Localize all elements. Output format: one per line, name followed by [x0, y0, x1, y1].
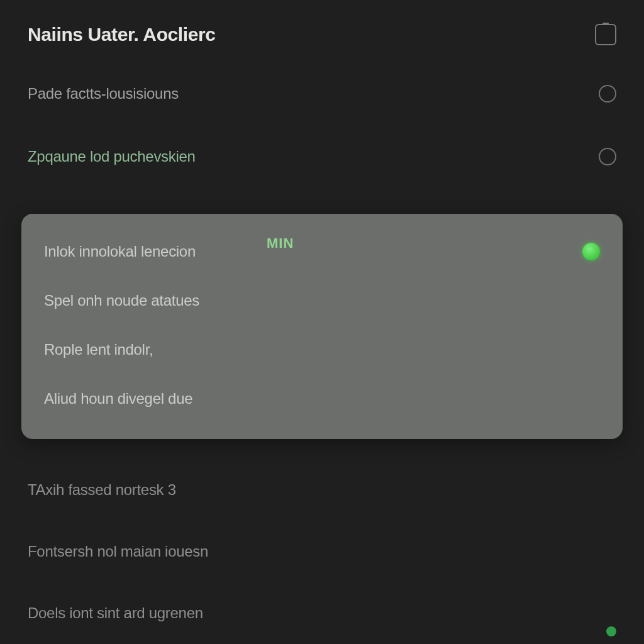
radio-icon[interactable]: [599, 148, 616, 165]
settings-row-5[interactable]: Doels iont sint ard ugrenen: [28, 602, 616, 624]
settings-row-0[interactable]: Pade factts-lousisiouns: [28, 83, 616, 104]
panel-badge: MIN: [267, 235, 294, 252]
settings-row-4[interactable]: Fontsersh nol maian iouesn: [28, 541, 616, 562]
panel-row-2-label: Rople lent indolr,: [44, 341, 153, 358]
panel-row-1-label: Spel onh noude atatues: [44, 292, 199, 309]
settings-row-3-label: TAxih fassed nortesk 3: [28, 481, 176, 499]
radio-icon[interactable]: [599, 85, 616, 103]
small-status-dot-icon: [606, 626, 616, 636]
page-header: Naiins Uater. Aoclierc: [28, 24, 616, 45]
panel-row-3[interactable]: Aliud houn divegel due: [44, 381, 600, 416]
page-title: Naiins Uater. Aoclierc: [28, 24, 216, 45]
overlay-panel: MIN Inlok innolokal lenecion Spel onh no…: [21, 214, 623, 439]
status-dot-icon: [582, 243, 600, 260]
panel-row-0[interactable]: Inlok innolokal lenecion: [44, 234, 600, 269]
lower-settings-group: TAxih fassed nortesk 3 Fontsersh nol mai…: [28, 479, 616, 624]
panel-row-1[interactable]: Spel onh noude atatues: [44, 283, 600, 318]
panel-row-2[interactable]: Rople lent indolr,: [44, 332, 600, 367]
settings-row-0-label: Pade factts-lousisiouns: [28, 85, 179, 103]
settings-row-3[interactable]: TAxih fassed nortesk 3: [28, 479, 616, 501]
settings-row-5-label: Doels iont sint ard ugrenen: [28, 604, 203, 622]
app-root: Naiins Uater. Aoclierc Pade factts-lousi…: [0, 0, 644, 644]
calendar-icon[interactable]: [595, 24, 616, 45]
settings-row-1[interactable]: Zpqaune lod puchevskien: [28, 146, 616, 167]
settings-row-1-label: Zpqaune lod puchevskien: [28, 148, 196, 165]
settings-row-4-label: Fontsersh nol maian iouesn: [28, 543, 208, 560]
panel-row-0-label: Inlok innolokal lenecion: [44, 243, 196, 260]
panel-row-3-label: Aliud houn divegel due: [44, 390, 192, 408]
